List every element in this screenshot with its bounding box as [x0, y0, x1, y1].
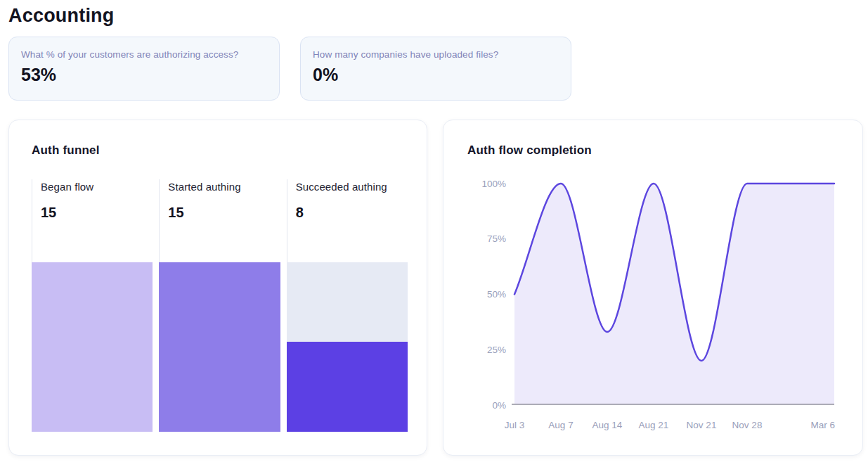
x-tick-label: Mar 6 [810, 420, 835, 430]
funnel-column-label: Started authing [168, 181, 280, 193]
x-tick-label: Aug 14 [592, 420, 623, 430]
stat-cards-row: What % of your customers are authorizing… [8, 37, 868, 101]
y-tick-label: 75% [487, 233, 506, 244]
page-title: Accounting [8, 4, 868, 27]
stat-card-uploaded-files: How many companies have uploaded files? … [300, 37, 571, 101]
auth-flow-completion-panel: Auth flow completion 0%25%50%75%100%Jul … [443, 120, 863, 456]
y-tick-label: 0% [492, 400, 506, 411]
funnel-bar [287, 262, 408, 432]
funnel-column-succeeded-authing: Succeeded authing 8 [287, 179, 408, 432]
stat-question: What % of your customers are authorizing… [21, 49, 268, 60]
x-tick-label: Aug 7 [548, 420, 573, 430]
funnel-column-label: Succeeded authing [296, 181, 408, 193]
y-tick-label: 100% [481, 179, 506, 189]
auth-funnel-chart: Began flow 15 Started authing 15 Succeed… [32, 179, 408, 432]
funnel-column-label: Began flow [41, 181, 153, 193]
x-tick-label: Nov 21 [687, 420, 717, 430]
auth-funnel-panel: Auth funnel Began flow 15 Started authin… [8, 120, 427, 456]
x-tick-label: Jul 3 [505, 420, 525, 430]
funnel-column-value: 8 [296, 205, 408, 221]
funnel-column-value: 15 [41, 205, 153, 221]
x-tick-label: Aug 21 [639, 420, 669, 430]
auth-funnel-title: Auth funnel [32, 143, 408, 158]
funnel-column-value: 15 [168, 205, 280, 221]
auth-flow-completion-title: Auth flow completion [467, 143, 862, 158]
panels-row: Auth funnel Began flow 15 Started authin… [8, 120, 868, 456]
funnel-bar [32, 262, 153, 432]
y-tick-label: 50% [487, 289, 506, 300]
y-tick-label: 25% [487, 345, 506, 355]
funnel-bar [159, 262, 280, 432]
stat-question: How many companies have uploaded files? [313, 49, 559, 60]
funnel-column-started-authing: Started authing 15 [159, 179, 280, 432]
stat-value: 0% [313, 65, 559, 85]
area-fill [514, 184, 834, 404]
stat-card-authorizing-access: What % of your customers are authorizing… [8, 37, 280, 101]
x-tick-label: Nov 28 [732, 420, 763, 430]
auth-flow-completion-chart: 0%25%50%75%100%Jul 3Aug 7Aug 14Aug 21Nov… [461, 171, 855, 431]
funnel-column-began-flow: Began flow 15 [32, 179, 153, 432]
stat-value: 53% [21, 65, 268, 85]
